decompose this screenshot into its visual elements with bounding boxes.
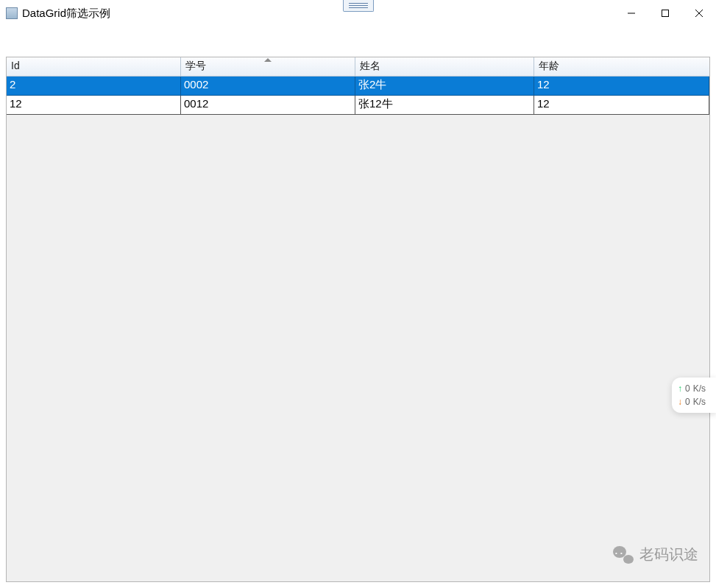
upload-unit: K/s bbox=[693, 382, 706, 395]
top-drag-handle-icon[interactable] bbox=[343, 0, 374, 12]
network-speed-overlay: ↑ 0 K/s ↓ 0 K/s bbox=[672, 378, 716, 413]
cell-sno: 0002 bbox=[181, 77, 355, 96]
download-value: 0 bbox=[685, 395, 690, 408]
watermark-text: 老码识途 bbox=[639, 545, 698, 564]
datagrid[interactable]: Id 学号 姓名 年龄 2 0002 张2牛 12 12 0012 张12牛 1… bbox=[6, 57, 710, 582]
column-header-label: Id bbox=[11, 60, 20, 71]
cell-name: 张12牛 bbox=[355, 96, 534, 115]
wechat-icon: • • bbox=[613, 546, 634, 564]
window-controls bbox=[614, 0, 716, 26]
title-bar: DataGrid筛选示例 bbox=[0, 0, 716, 26]
cell-id: 2 bbox=[7, 77, 181, 96]
column-header-name[interactable]: 姓名 bbox=[355, 57, 534, 77]
upload-value: 0 bbox=[685, 382, 690, 395]
download-unit: K/s bbox=[693, 395, 706, 408]
cell-age: 12 bbox=[534, 77, 709, 96]
column-header-sno[interactable]: 学号 bbox=[181, 57, 355, 77]
svg-rect-1 bbox=[662, 10, 669, 17]
network-upload: ↑ 0 K/s bbox=[678, 382, 712, 395]
column-header-age[interactable]: 年龄 bbox=[534, 57, 709, 77]
watermark: • • 老码识途 bbox=[613, 545, 698, 564]
column-header-id[interactable]: Id bbox=[7, 57, 181, 77]
cell-age: 12 bbox=[534, 96, 709, 115]
column-header-label: 姓名 bbox=[360, 60, 380, 71]
table-row[interactable]: 12 0012 张12牛 12 bbox=[7, 96, 709, 115]
network-download: ↓ 0 K/s bbox=[678, 395, 712, 408]
table-row[interactable]: 2 0002 张2牛 12 bbox=[7, 77, 709, 96]
close-button[interactable] bbox=[682, 0, 716, 26]
datagrid-header: Id 学号 姓名 年龄 bbox=[7, 57, 709, 77]
arrow-up-icon: ↑ bbox=[678, 382, 682, 395]
cell-sno: 0012 bbox=[181, 96, 355, 115]
cell-name: 张2牛 bbox=[355, 77, 534, 96]
arrow-down-icon: ↓ bbox=[678, 395, 682, 408]
app-icon bbox=[6, 7, 18, 19]
window-title: DataGrid筛选示例 bbox=[22, 7, 110, 21]
minimize-button[interactable] bbox=[614, 0, 648, 26]
sort-ascending-icon bbox=[264, 58, 272, 62]
column-header-label: 年龄 bbox=[539, 60, 559, 71]
maximize-button[interactable] bbox=[648, 0, 682, 26]
cell-id: 12 bbox=[7, 96, 181, 115]
column-header-label: 学号 bbox=[185, 60, 206, 71]
